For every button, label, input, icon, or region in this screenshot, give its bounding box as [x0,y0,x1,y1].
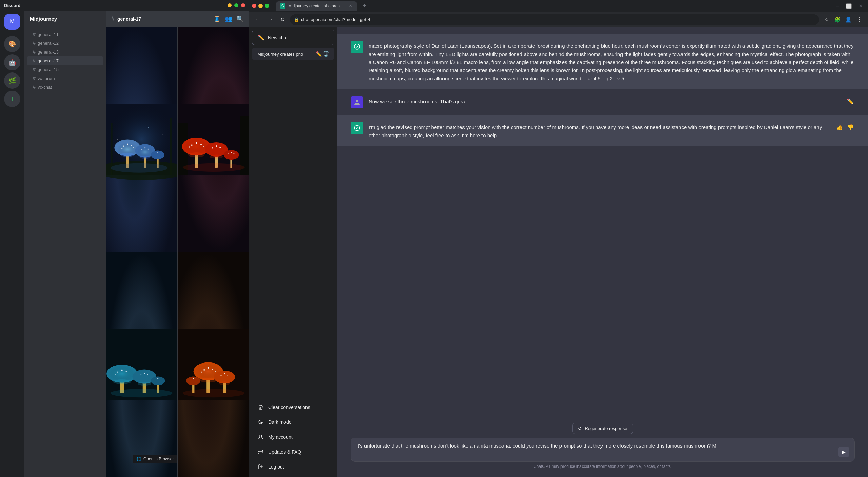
svg-point-61 [126,371,127,372]
browser-restore-strip[interactable]: ⬜ [843,2,854,10]
channel-item-general-11[interactable]: # general-11 [27,30,103,39]
channel-item-vc-forum[interactable]: # vc-forum [27,74,103,83]
tab-title: Midjourney creates photoreali... [288,4,345,8]
svg-point-48 [210,154,223,158]
channel-item-general-15[interactable]: # general-15 [27,65,103,74]
reload-button[interactable]: ↻ [278,15,287,24]
mushroom-image-4 [178,252,250,477]
svg-point-25 [155,154,156,154]
chat-input-area: ↺ Regenerate response ▶ ChatGPT may prod… [337,417,868,477]
server-icon-add[interactable]: + [4,91,20,107]
external-link-icon: 🌐 [136,457,141,461]
my-account-label: My account [268,434,293,440]
svg-point-41 [203,146,204,147]
chat-input[interactable] [356,442,835,457]
gpt-avatar-2 [351,122,363,134]
browser-close-btn[interactable] [252,4,256,8]
profile-button[interactable]: 👤 [844,15,853,24]
members-icon[interactable]: 👥 [225,15,232,23]
svg-point-39 [200,144,201,145]
menu-button[interactable]: ⋮ [854,15,864,24]
message-text-2: I'm glad the revised prompt better match… [369,124,822,138]
new-chat-button[interactable]: ✏️ New chat [252,30,334,45]
my-account-item[interactable]: My account [252,430,334,444]
browser-maximize-btn[interactable] [265,4,269,8]
svg-point-10 [123,145,124,147]
send-icon: ▶ [842,449,846,455]
channel-hash-icon: # [111,15,115,22]
bookmark-button[interactable]: ☆ [822,15,831,24]
server-icon-1[interactable]: 🎨 [4,36,20,52]
address-bar[interactable]: 🔒 chat.openai.com/chat?model=gpt-4 [290,14,819,25]
extensions-button[interactable]: 🧩 [833,15,842,24]
svg-point-12 [121,148,122,149]
thumbs-down-button[interactable]: 👎 [846,123,854,131]
server-icon-midjourney[interactable]: M [4,14,20,30]
chat-history-item[interactable]: Midjourney creates pho ✏️ 🗑️ [252,48,334,60]
browser-minimize-strip[interactable]: ─ [833,2,842,10]
logout-icon [257,463,264,470]
regenerate-button[interactable]: ↺ Regenerate response [572,423,633,434]
channel-item-general-13[interactable]: # general-13 [27,47,103,56]
svg-point-68 [147,374,148,375]
discord-title-bar: Discord [0,0,249,11]
clear-conversations-item[interactable]: Clear conversations [252,400,334,415]
browser-tab-active[interactable]: G Midjourney creates photoreali... ✕ [276,1,357,11]
maximize-button[interactable] [234,3,238,7]
channel-item-general-12[interactable]: # general-12 [27,39,103,47]
browser-close-strip[interactable]: ✕ [856,2,865,10]
svg-point-19 [141,149,142,150]
channel-item-general-17[interactable]: # general-17 [27,56,103,65]
svg-point-66 [144,373,145,374]
send-button[interactable]: ▶ [838,447,849,457]
input-wrapper: ▶ [351,438,854,461]
channel-header: Midjourney [24,11,106,27]
close-button[interactable] [241,3,245,7]
edit-chat-icon[interactable]: ✏️ [316,51,322,57]
svg-point-88 [227,375,228,376]
logout-item[interactable]: Log out [252,459,334,474]
svg-point-40 [189,146,190,148]
svg-point-21 [140,156,150,159]
account-icon [257,434,264,440]
channel-item-vc-chat[interactable]: # vc-chat [27,83,103,91]
svg-point-78 [207,367,209,369]
forward-button[interactable]: → [265,15,275,24]
clear-conversations-label: Clear conversations [268,405,310,410]
browser-minimize-btn[interactable] [258,4,263,8]
svg-point-81 [201,371,202,373]
svg-point-29 [163,134,163,135]
new-tab-button[interactable]: + [360,1,369,11]
dark-mode-item[interactable]: Dark mode [252,415,334,430]
thumbs-up-button[interactable]: 👍 [835,123,844,131]
svg-point-24 [157,152,158,153]
browser-nav-bar: ← → ↻ 🔒 chat.openai.com/chat?model=gpt-4… [249,12,868,27]
new-chat-icon: ✏️ [258,34,264,41]
regenerate-icon: ↺ [578,426,582,431]
open-in-browser-badge[interactable]: 🌐 Open in Browser [133,455,177,463]
svg-point-86 [223,373,225,374]
svg-point-69 [138,382,151,386]
search-icon[interactable]: 🔍 [236,15,244,23]
svg-point-20 [147,149,149,150]
tab-close-button[interactable]: ✕ [348,3,353,9]
updates-faq-item[interactable]: Updates & FAQ [252,444,334,459]
server-icon-2[interactable]: 🤖 [4,54,20,70]
updates-faq-label: Updates & FAQ [268,449,301,455]
user-avatar [351,96,363,108]
svg-point-54 [183,163,244,172]
edit-message-button[interactable]: ✏️ [846,98,854,105]
delete-chat-icon[interactable]: 🗑️ [323,51,329,57]
assistant-message-actions: 👍 👎 [835,122,854,131]
svg-point-11 [131,145,132,146]
server-icon-3[interactable]: 🌿 [4,72,20,89]
svg-point-13 [133,147,134,148]
svg-point-46 [212,147,213,149]
browser-toolbar-right: ☆ 🧩 👤 ⋮ [822,15,864,24]
minimize-button[interactable] [228,3,232,7]
back-button[interactable]: ← [253,15,263,24]
svg-point-50 [223,150,239,160]
thread-icon[interactable]: 🧵 [213,15,221,23]
svg-point-9 [127,143,128,145]
tab-favicon: G [280,3,285,9]
